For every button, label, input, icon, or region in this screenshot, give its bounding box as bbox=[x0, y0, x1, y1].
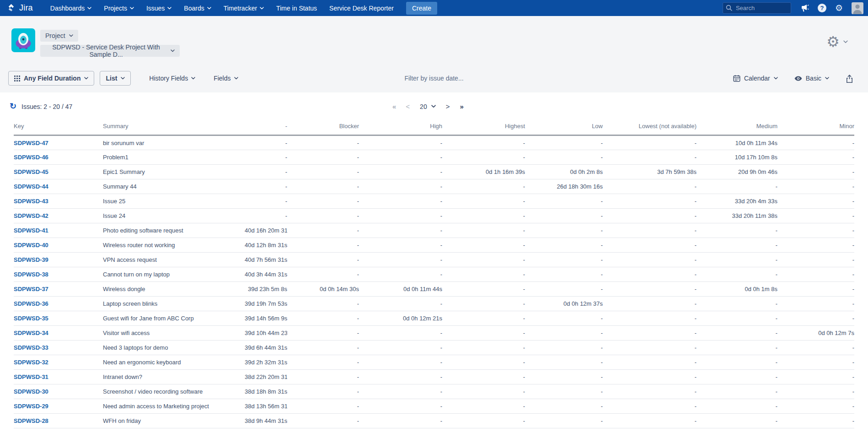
cell-key: SDPWSD-41 bbox=[14, 223, 103, 238]
cell-duration: - bbox=[603, 326, 697, 341]
issue-key-link[interactable]: SDPWSD-37 bbox=[14, 286, 48, 292]
issue-key-link[interactable]: SDPWSD-34 bbox=[14, 330, 48, 336]
user-avatar[interactable] bbox=[852, 2, 863, 14]
prev-page-button[interactable]: < bbox=[406, 103, 410, 110]
announcements-megaphone-icon[interactable] bbox=[800, 4, 809, 12]
page-size-select[interactable]: 20 bbox=[420, 103, 436, 110]
cell-summary: Wireless dongle bbox=[103, 282, 245, 297]
search-box[interactable] bbox=[723, 2, 791, 14]
nav-item-issues[interactable]: Issues bbox=[146, 5, 171, 12]
issue-key-link[interactable]: SDPWSD-46 bbox=[14, 154, 48, 161]
create-button[interactable]: Create bbox=[406, 2, 437, 15]
nav-item-service-desk-reporter[interactable]: Service Desk Reporter bbox=[329, 5, 394, 12]
issue-key-link[interactable]: SDPWSD-33 bbox=[14, 344, 48, 351]
column-header-medium: Medium bbox=[697, 123, 777, 135]
issue-key-link[interactable]: SDPWSD-29 bbox=[14, 403, 48, 410]
cell-duration: - bbox=[697, 326, 777, 341]
calendar-dropdown[interactable]: Calendar bbox=[733, 75, 778, 82]
project-button[interactable]: Project bbox=[40, 30, 78, 42]
view-mode-button[interactable]: List bbox=[100, 71, 131, 86]
cell-summary: Need admin access to Marketing project bbox=[103, 399, 245, 414]
cell-duration: 38d 9h 44m 31s bbox=[245, 414, 287, 428]
cell-duration: - bbox=[777, 414, 854, 428]
cell-duration: - bbox=[603, 267, 697, 282]
field-duration-button[interactable]: Any Field Duration bbox=[8, 71, 94, 86]
cell-duration: - bbox=[777, 150, 854, 165]
help-icon[interactable]: ? bbox=[818, 4, 826, 12]
issues-count: Issues: 2 - 20 / 47 bbox=[21, 103, 72, 110]
cell-duration: - bbox=[603, 341, 697, 355]
cell-duration: 39d 6h 44m 31s bbox=[245, 341, 287, 355]
issue-key-link[interactable]: SDPWSD-38 bbox=[14, 271, 48, 278]
table-row: SDPWSD-35Guest wifi for Jane from ABC Co… bbox=[14, 311, 854, 326]
cell-duration: - bbox=[287, 135, 359, 150]
cell-duration: - bbox=[287, 253, 359, 267]
cell-duration: - bbox=[287, 384, 359, 399]
nav-item-time-in-status[interactable]: Time in Status bbox=[276, 5, 317, 12]
issue-key-link[interactable]: SDPWSD-36 bbox=[14, 300, 48, 307]
fields-dropdown[interactable]: Fields bbox=[214, 75, 238, 82]
cell-duration: - bbox=[777, 267, 854, 282]
issue-key-link[interactable]: SDPWSD-41 bbox=[14, 227, 48, 234]
column-header-low: Low bbox=[525, 123, 603, 135]
table-row: SDPWSD-31Intranet down?38d 22h 20m 31s--… bbox=[14, 370, 854, 384]
issue-key-link[interactable]: SDPWSD-45 bbox=[14, 168, 48, 175]
project-select-value: SDPWSD - Service Desk Project With Sampl… bbox=[45, 43, 167, 58]
cell-summary: Visitor wifi access bbox=[103, 326, 245, 341]
help-glyph: ? bbox=[820, 5, 824, 11]
issue-key-link[interactable]: SDPWSD-28 bbox=[14, 417, 48, 424]
table-row: SDPWSD-30Screenshot / video recording so… bbox=[14, 384, 854, 399]
cell-duration: - bbox=[777, 311, 854, 326]
admin-gear-icon[interactable]: ⚙ bbox=[835, 4, 843, 12]
issue-key-link[interactable]: SDPWSD-44 bbox=[14, 183, 48, 190]
jira-logo[interactable]: Jira bbox=[6, 3, 33, 13]
issue-key-link[interactable]: SDPWSD-32 bbox=[14, 359, 48, 366]
refresh-icon[interactable]: ↻ bbox=[10, 102, 16, 110]
pagination: « < 20 > » bbox=[392, 103, 463, 110]
jira-logo-icon bbox=[6, 3, 16, 13]
issue-key-link[interactable]: SDPWSD-35 bbox=[14, 315, 48, 322]
nav-item-dashboards[interactable]: Dashboards bbox=[50, 5, 92, 12]
issue-key-link[interactable]: SDPWSD-42 bbox=[14, 212, 48, 219]
issue-key-link[interactable]: SDPWSD-30 bbox=[14, 388, 48, 395]
cell-key: SDPWSD-47 bbox=[14, 135, 103, 150]
search-input[interactable] bbox=[723, 2, 791, 14]
cell-duration: - bbox=[287, 209, 359, 223]
cell-key: SDPWSD-38 bbox=[14, 267, 103, 282]
cell-duration: - bbox=[777, 209, 854, 223]
cell-duration: - bbox=[245, 135, 287, 150]
cell-duration: - bbox=[359, 267, 442, 282]
project-avatar[interactable] bbox=[11, 28, 35, 52]
last-page-button[interactable]: » bbox=[460, 103, 463, 110]
chevron-down-icon bbox=[774, 77, 778, 80]
cell-summary: Wireless router not working bbox=[103, 238, 245, 253]
issue-key-link[interactable]: SDPWSD-43 bbox=[14, 198, 48, 205]
next-page-button[interactable]: > bbox=[446, 103, 450, 110]
cell-duration: 33d 20h 4m 33s bbox=[697, 194, 777, 209]
export-icon[interactable] bbox=[846, 74, 853, 83]
issue-key-link[interactable]: SDPWSD-40 bbox=[14, 242, 48, 249]
project-select[interactable]: SDPWSD - Service Desk Project With Sampl… bbox=[40, 45, 180, 57]
cell-duration: - bbox=[525, 355, 603, 370]
table-row: SDPWSD-38Cannot turn on my laptop40d 3h … bbox=[14, 267, 854, 282]
cell-duration: - bbox=[442, 297, 525, 311]
nav-item-boards[interactable]: Boards bbox=[184, 5, 211, 12]
cell-duration: - bbox=[359, 223, 442, 238]
cell-duration: - bbox=[442, 267, 525, 282]
nav-item-projects[interactable]: Projects bbox=[104, 5, 134, 12]
project-settings-button[interactable]: ⚙ bbox=[826, 34, 848, 49]
table-row: SDPWSD-37Wireless dongle39d 23h 5m 8s0d … bbox=[14, 282, 854, 297]
cell-key: SDPWSD-29 bbox=[14, 399, 103, 414]
basic-view-dropdown[interactable]: Basic bbox=[794, 75, 829, 82]
cell-duration: - bbox=[777, 399, 854, 414]
cell-duration: 0d 0h 11m 44s bbox=[359, 282, 442, 297]
nav-item-timetracker[interactable]: Timetracker bbox=[224, 5, 264, 12]
cell-duration: 0d 0h 2m 8s bbox=[525, 165, 603, 179]
cell-duration: - bbox=[603, 179, 697, 194]
issue-key-link[interactable]: SDPWSD-47 bbox=[14, 140, 48, 146]
issue-key-link[interactable]: SDPWSD-39 bbox=[14, 256, 48, 263]
history-fields-dropdown[interactable]: History Fields bbox=[149, 75, 195, 82]
first-page-button[interactable]: « bbox=[392, 103, 396, 110]
issue-key-link[interactable]: SDPWSD-31 bbox=[14, 373, 48, 380]
filter-by-date-input[interactable] bbox=[365, 75, 503, 82]
